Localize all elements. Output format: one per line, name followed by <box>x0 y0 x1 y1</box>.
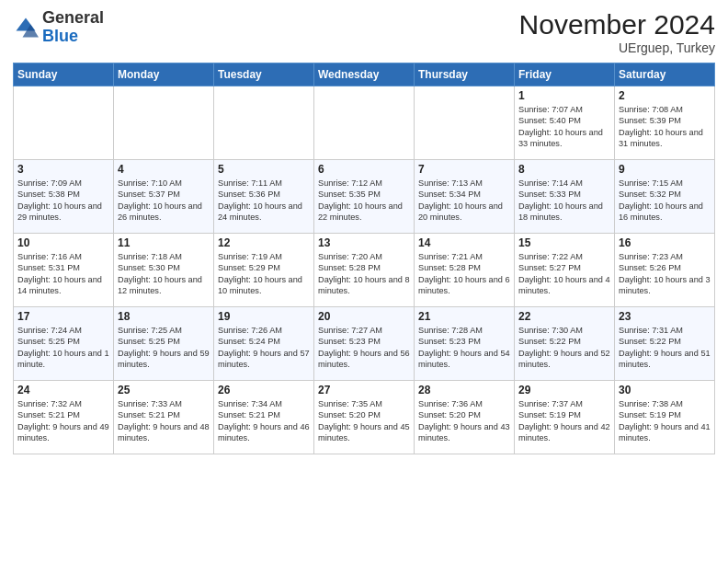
day-info: Sunrise: 7:18 AM Sunset: 5:30 PM Dayligh… <box>118 251 210 297</box>
day-number: 21 <box>418 310 510 323</box>
day-info: Sunrise: 7:16 AM Sunset: 5:31 PM Dayligh… <box>17 251 109 297</box>
week-row-4: 17Sunrise: 7:24 AM Sunset: 5:25 PM Dayli… <box>14 307 715 381</box>
day-info: Sunrise: 7:37 AM Sunset: 5:19 PM Dayligh… <box>518 398 610 444</box>
day-number: 6 <box>318 163 410 176</box>
day-cell: 4Sunrise: 7:10 AM Sunset: 5:37 PM Daylig… <box>114 160 214 234</box>
day-info: Sunrise: 7:07 AM Sunset: 5:40 PM Dayligh… <box>518 104 610 150</box>
day-number: 9 <box>619 163 711 176</box>
day-info: Sunrise: 7:25 AM Sunset: 5:25 PM Dayligh… <box>118 325 210 371</box>
day-info: Sunrise: 7:31 AM Sunset: 5:22 PM Dayligh… <box>619 325 711 371</box>
day-info: Sunrise: 7:27 AM Sunset: 5:23 PM Dayligh… <box>318 325 410 371</box>
day-info: Sunrise: 7:26 AM Sunset: 5:24 PM Dayligh… <box>218 325 310 371</box>
day-number: 30 <box>619 384 711 396</box>
logo-blue: Blue <box>42 27 78 45</box>
weekday-header-thursday: Thursday <box>415 63 515 86</box>
day-number: 13 <box>318 236 410 249</box>
day-info: Sunrise: 7:11 AM Sunset: 5:36 PM Dayligh… <box>218 178 310 224</box>
day-number: 1 <box>518 89 610 102</box>
week-row-3: 10Sunrise: 7:16 AM Sunset: 5:31 PM Dayli… <box>14 234 715 307</box>
calendar-table: SundayMondayTuesdayWednesdayThursdayFrid… <box>13 63 715 454</box>
day-number: 20 <box>318 310 410 323</box>
day-cell: 19Sunrise: 7:26 AM Sunset: 5:24 PM Dayli… <box>214 307 314 381</box>
day-info: Sunrise: 7:19 AM Sunset: 5:29 PM Dayligh… <box>218 251 310 297</box>
day-number: 27 <box>318 384 410 396</box>
day-cell: 23Sunrise: 7:31 AM Sunset: 5:22 PM Dayli… <box>615 307 715 381</box>
day-number: 15 <box>518 236 610 249</box>
location-subtitle: UErguep, Turkey <box>519 40 715 55</box>
logo: General Blue <box>13 9 104 46</box>
day-cell: 30Sunrise: 7:38 AM Sunset: 5:19 PM Dayli… <box>615 381 715 454</box>
day-info: Sunrise: 7:24 AM Sunset: 5:25 PM Dayligh… <box>17 325 109 371</box>
day-number: 10 <box>17 236 109 249</box>
day-info: Sunrise: 7:23 AM Sunset: 5:26 PM Dayligh… <box>619 251 711 297</box>
day-info: Sunrise: 7:09 AM Sunset: 5:38 PM Dayligh… <box>17 178 109 224</box>
day-cell: 9Sunrise: 7:15 AM Sunset: 5:32 PM Daylig… <box>615 160 715 234</box>
day-cell: 29Sunrise: 7:37 AM Sunset: 5:19 PM Dayli… <box>515 381 615 454</box>
day-number: 2 <box>619 89 711 102</box>
day-number: 22 <box>518 310 610 323</box>
day-number: 3 <box>17 163 109 176</box>
day-number: 17 <box>17 310 109 323</box>
day-info: Sunrise: 7:13 AM Sunset: 5:34 PM Dayligh… <box>418 178 510 224</box>
day-info: Sunrise: 7:10 AM Sunset: 5:37 PM Dayligh… <box>118 178 210 224</box>
day-cell: 15Sunrise: 7:22 AM Sunset: 5:27 PM Dayli… <box>515 234 615 307</box>
day-info: Sunrise: 7:34 AM Sunset: 5:21 PM Dayligh… <box>218 398 310 444</box>
logo-icon <box>13 15 39 40</box>
day-cell: 17Sunrise: 7:24 AM Sunset: 5:25 PM Dayli… <box>14 307 114 381</box>
day-cell <box>415 86 515 160</box>
day-number: 12 <box>218 236 310 249</box>
day-number: 19 <box>218 310 310 323</box>
day-cell: 3Sunrise: 7:09 AM Sunset: 5:38 PM Daylig… <box>14 160 114 234</box>
day-cell <box>14 86 114 160</box>
day-info: Sunrise: 7:28 AM Sunset: 5:23 PM Dayligh… <box>418 325 510 371</box>
title-block: November 2024 UErguep, Turkey <box>519 9 715 55</box>
day-number: 26 <box>218 384 310 396</box>
day-info: Sunrise: 7:21 AM Sunset: 5:28 PM Dayligh… <box>418 251 510 297</box>
day-number: 25 <box>118 384 210 396</box>
week-row-2: 3Sunrise: 7:09 AM Sunset: 5:38 PM Daylig… <box>14 160 715 234</box>
day-cell: 11Sunrise: 7:18 AM Sunset: 5:30 PM Dayli… <box>114 234 214 307</box>
day-info: Sunrise: 7:36 AM Sunset: 5:20 PM Dayligh… <box>418 398 510 444</box>
day-number: 29 <box>518 384 610 396</box>
day-number: 5 <box>218 163 310 176</box>
week-row-1: 1Sunrise: 7:07 AM Sunset: 5:40 PM Daylig… <box>14 86 715 160</box>
day-cell: 20Sunrise: 7:27 AM Sunset: 5:23 PM Dayli… <box>314 307 415 381</box>
day-cell: 2Sunrise: 7:08 AM Sunset: 5:39 PM Daylig… <box>615 86 715 160</box>
day-number: 7 <box>418 163 510 176</box>
day-info: Sunrise: 7:30 AM Sunset: 5:22 PM Dayligh… <box>518 325 610 371</box>
day-info: Sunrise: 7:12 AM Sunset: 5:35 PM Dayligh… <box>318 178 410 224</box>
day-cell <box>214 86 314 160</box>
day-info: Sunrise: 7:32 AM Sunset: 5:21 PM Dayligh… <box>17 398 109 444</box>
day-info: Sunrise: 7:33 AM Sunset: 5:21 PM Dayligh… <box>118 398 210 444</box>
day-info: Sunrise: 7:14 AM Sunset: 5:33 PM Dayligh… <box>518 178 610 224</box>
day-cell: 10Sunrise: 7:16 AM Sunset: 5:31 PM Dayli… <box>14 234 114 307</box>
page-container: General Blue November 2024 UErguep, Turk… <box>0 0 728 460</box>
day-number: 8 <box>518 163 610 176</box>
day-cell <box>314 86 415 160</box>
weekday-header-row: SundayMondayTuesdayWednesdayThursdayFrid… <box>14 63 715 86</box>
day-number: 14 <box>418 236 510 249</box>
day-cell: 5Sunrise: 7:11 AM Sunset: 5:36 PM Daylig… <box>214 160 314 234</box>
day-cell: 1Sunrise: 7:07 AM Sunset: 5:40 PM Daylig… <box>515 86 615 160</box>
day-number: 28 <box>418 384 510 396</box>
day-number: 18 <box>118 310 210 323</box>
day-info: Sunrise: 7:38 AM Sunset: 5:19 PM Dayligh… <box>619 398 711 444</box>
weekday-header-saturday: Saturday <box>615 63 715 86</box>
day-number: 4 <box>118 163 210 176</box>
logo-text: General Blue <box>42 9 104 46</box>
day-info: Sunrise: 7:08 AM Sunset: 5:39 PM Dayligh… <box>619 104 711 150</box>
day-info: Sunrise: 7:35 AM Sunset: 5:20 PM Dayligh… <box>318 398 410 444</box>
day-number: 16 <box>619 236 711 249</box>
day-cell <box>114 86 214 160</box>
weekday-header-monday: Monday <box>114 63 214 86</box>
day-number: 11 <box>118 236 210 249</box>
day-number: 24 <box>17 384 109 396</box>
day-cell: 8Sunrise: 7:14 AM Sunset: 5:33 PM Daylig… <box>515 160 615 234</box>
logo-general: General <box>42 8 104 27</box>
day-info: Sunrise: 7:15 AM Sunset: 5:32 PM Dayligh… <box>619 178 711 224</box>
day-cell: 16Sunrise: 7:23 AM Sunset: 5:26 PM Dayli… <box>615 234 715 307</box>
day-cell: 27Sunrise: 7:35 AM Sunset: 5:20 PM Dayli… <box>314 381 415 454</box>
day-cell: 6Sunrise: 7:12 AM Sunset: 5:35 PM Daylig… <box>314 160 415 234</box>
day-cell: 18Sunrise: 7:25 AM Sunset: 5:25 PM Dayli… <box>114 307 214 381</box>
day-cell: 28Sunrise: 7:36 AM Sunset: 5:20 PM Dayli… <box>415 381 515 454</box>
